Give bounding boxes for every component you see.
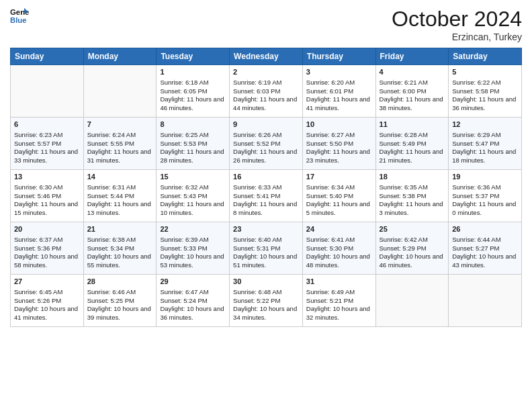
header-cell-friday: Friday	[375, 48, 449, 65]
day-cell: 19Sunrise: 6:36 AMSunset: 5:37 PMDayligh…	[449, 170, 522, 222]
day-number: 2	[233, 67, 299, 77]
daylight-text: Daylight: 10 hours and 39 minutes.	[87, 305, 151, 321]
day-number: 28	[87, 277, 153, 287]
sunrise-text: Sunrise: 6:44 AM	[452, 236, 500, 243]
sunrise-text: Sunrise: 6:37 AM	[14, 236, 62, 243]
sunrise-text: Sunrise: 6:49 AM	[306, 288, 355, 295]
sunset-text: Sunset: 5:50 PM	[306, 140, 353, 147]
month-title: October 2024	[392, 7, 522, 32]
sunset-text: Sunset: 6:05 PM	[160, 87, 207, 95]
sunrise-text: Sunrise: 6:18 AM	[160, 79, 208, 86]
day-number: 12	[452, 120, 518, 130]
sunset-text: Sunset: 5:34 PM	[87, 244, 134, 252]
day-number: 10	[306, 120, 372, 130]
sunrise-text: Sunrise: 6:42 AM	[380, 236, 428, 243]
sunrise-text: Sunrise: 6:29 AM	[452, 131, 500, 138]
sunrise-text: Sunrise: 6:41 AM	[306, 236, 355, 243]
day-cell	[375, 275, 449, 327]
page: General Blue October 2024 Erzincan, Turk…	[0, 0, 532, 411]
day-number: 17	[306, 172, 372, 182]
day-number: 31	[306, 277, 372, 287]
day-number: 11	[380, 120, 445, 130]
sunrise-text: Sunrise: 6:19 AM	[233, 79, 281, 86]
sunrise-text: Sunrise: 6:30 AM	[14, 183, 62, 191]
sunrise-text: Sunrise: 6:26 AM	[233, 131, 281, 138]
day-cell: 4Sunrise: 6:21 AMSunset: 6:00 PMDaylight…	[375, 65, 449, 118]
sunset-text: Sunset: 6:00 PM	[380, 87, 427, 95]
day-cell: 7Sunrise: 6:24 AMSunset: 5:55 PMDaylight…	[83, 118, 157, 170]
daylight-text: Daylight: 11 hours and 41 minutes.	[306, 95, 370, 111]
sunrise-text: Sunrise: 6:25 AM	[160, 131, 208, 138]
daylight-text: Daylight: 11 hours and 36 minutes.	[452, 95, 516, 111]
day-cell: 18Sunrise: 6:35 AMSunset: 5:38 PMDayligh…	[375, 170, 449, 222]
daylight-text: Daylight: 10 hours and 53 minutes.	[160, 253, 224, 269]
sunrise-text: Sunrise: 6:21 AM	[380, 79, 428, 86]
calendar-table: SundayMondayTuesdayWednesdayThursdayFrid…	[10, 48, 522, 327]
sunset-text: Sunset: 5:41 PM	[233, 192, 280, 199]
day-cell: 31Sunrise: 6:49 AMSunset: 5:21 PMDayligh…	[302, 275, 375, 327]
sunrise-text: Sunrise: 6:32 AM	[160, 183, 208, 191]
title-block: October 2024 Erzincan, Turkey	[392, 7, 522, 42]
day-cell: 13Sunrise: 6:30 AMSunset: 5:46 PMDayligh…	[11, 170, 84, 222]
sunset-text: Sunset: 5:40 PM	[306, 192, 353, 199]
sunrise-text: Sunrise: 6:47 AM	[160, 288, 208, 295]
sunrise-text: Sunrise: 6:36 AM	[452, 183, 500, 191]
header-cell-saturday: Saturday	[449, 48, 522, 65]
day-cell: 24Sunrise: 6:41 AMSunset: 5:30 PMDayligh…	[302, 222, 375, 275]
sunset-text: Sunset: 5:31 PM	[233, 244, 280, 252]
day-number: 20	[14, 224, 80, 234]
day-cell: 8Sunrise: 6:25 AMSunset: 5:53 PMDaylight…	[157, 118, 230, 170]
day-number: 18	[380, 172, 445, 182]
sunset-text: Sunset: 5:46 PM	[14, 192, 61, 199]
daylight-text: Daylight: 10 hours and 51 minutes.	[233, 253, 297, 269]
header-row: SundayMondayTuesdayWednesdayThursdayFrid…	[11, 48, 522, 65]
day-number: 21	[87, 224, 153, 234]
daylight-text: Daylight: 11 hours and 8 minutes.	[233, 200, 297, 216]
day-number: 5	[452, 67, 518, 77]
sunrise-text: Sunrise: 6:38 AM	[87, 236, 136, 243]
day-cell: 16Sunrise: 6:33 AMSunset: 5:41 PMDayligh…	[230, 170, 303, 222]
day-cell: 11Sunrise: 6:28 AMSunset: 5:49 PMDayligh…	[375, 118, 449, 170]
day-cell	[11, 65, 84, 118]
day-number: 25	[380, 224, 445, 234]
logo-icon: General Blue	[10, 7, 29, 26]
day-number: 4	[380, 67, 445, 77]
sunrise-text: Sunrise: 6:23 AM	[14, 131, 62, 138]
sunset-text: Sunset: 5:36 PM	[14, 244, 61, 252]
sunset-text: Sunset: 5:21 PM	[306, 297, 353, 304]
sunset-text: Sunset: 5:33 PM	[160, 244, 207, 252]
day-cell: 6Sunrise: 6:23 AMSunset: 5:57 PMDaylight…	[11, 118, 84, 170]
sunrise-text: Sunrise: 6:24 AM	[87, 131, 136, 138]
daylight-text: Daylight: 11 hours and 26 minutes.	[233, 148, 297, 164]
sunrise-text: Sunrise: 6:34 AM	[306, 183, 355, 191]
sunset-text: Sunset: 5:26 PM	[14, 297, 61, 304]
sunset-text: Sunset: 5:44 PM	[87, 192, 134, 199]
day-cell: 2Sunrise: 6:19 AMSunset: 6:03 PMDaylight…	[230, 65, 303, 118]
header-cell-sunday: Sunday	[11, 48, 84, 65]
sunset-text: Sunset: 5:52 PM	[233, 140, 280, 147]
daylight-text: Daylight: 11 hours and 33 minutes.	[14, 148, 78, 164]
day-number: 13	[14, 172, 80, 182]
day-cell: 3Sunrise: 6:20 AMSunset: 6:01 PMDaylight…	[302, 65, 375, 118]
daylight-text: Daylight: 10 hours and 55 minutes.	[87, 253, 151, 269]
sunset-text: Sunset: 5:43 PM	[160, 192, 207, 199]
sunrise-text: Sunrise: 6:31 AM	[87, 183, 136, 191]
day-cell: 23Sunrise: 6:40 AMSunset: 5:31 PMDayligh…	[230, 222, 303, 275]
sunset-text: Sunset: 5:22 PM	[233, 297, 280, 304]
sunrise-text: Sunrise: 6:20 AM	[306, 79, 355, 86]
sunset-text: Sunset: 5:24 PM	[160, 297, 207, 304]
sunrise-text: Sunrise: 6:45 AM	[14, 288, 62, 295]
day-cell: 25Sunrise: 6:42 AMSunset: 5:29 PMDayligh…	[375, 222, 449, 275]
day-cell: 15Sunrise: 6:32 AMSunset: 5:43 PMDayligh…	[157, 170, 230, 222]
day-number: 29	[160, 277, 226, 287]
sunset-text: Sunset: 5:58 PM	[452, 87, 499, 95]
sunrise-text: Sunrise: 6:40 AM	[233, 236, 281, 243]
subtitle: Erzincan, Turkey	[392, 32, 522, 42]
sunset-text: Sunset: 5:53 PM	[160, 140, 207, 147]
sunrise-text: Sunrise: 6:48 AM	[233, 288, 281, 295]
day-cell: 21Sunrise: 6:38 AMSunset: 5:34 PMDayligh…	[83, 222, 157, 275]
sunset-text: Sunset: 5:57 PM	[14, 140, 61, 147]
daylight-text: Daylight: 11 hours and 18 minutes.	[452, 148, 516, 164]
svg-text:Blue: Blue	[10, 16, 27, 24]
day-number: 16	[233, 172, 299, 182]
